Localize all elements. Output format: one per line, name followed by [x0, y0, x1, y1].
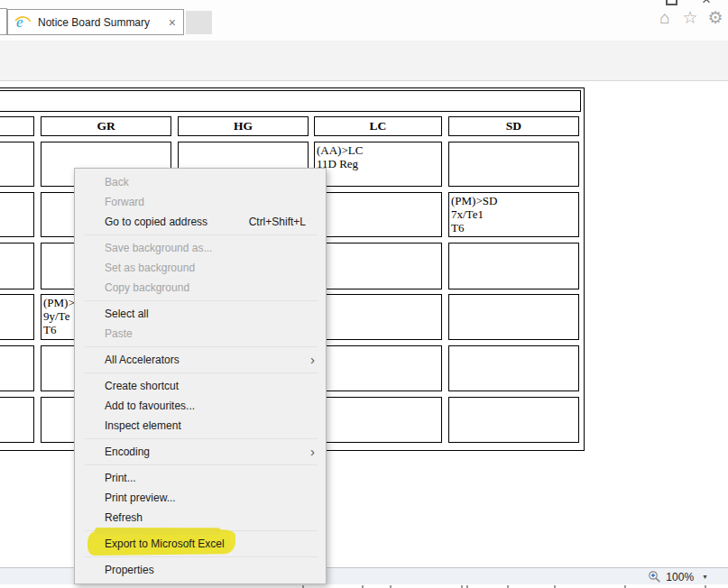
window-maximize-button[interactable] — [666, 0, 677, 5]
table-header — [0, 116, 34, 136]
menu-item-set-as-background: Set as background — [75, 258, 326, 278]
menu-item-print-preview[interactable]: Print preview... — [75, 488, 326, 508]
menu-item-properties[interactable]: Properties — [75, 560, 326, 580]
menu-separator — [85, 464, 318, 465]
zoom-control[interactable]: 100% ▼ — [648, 570, 708, 583]
menu-item-export-to-microsoft-excel[interactable]: Export to Microsoft Excel — [75, 534, 326, 554]
menu-separator — [85, 346, 318, 347]
table-cell — [0, 294, 34, 340]
table-cell — [314, 243, 442, 289]
menu-item-select-all[interactable]: Select all — [75, 304, 326, 324]
menu-item-refresh[interactable]: Refresh — [75, 508, 326, 528]
menu-item-create-shortcut[interactable]: Create shortcut — [75, 376, 326, 396]
table-cell — [0, 397, 34, 443]
table-banner-row — [0, 90, 581, 112]
table-header: HG — [178, 116, 309, 136]
table-cell: (AA)>LC 11D Reg — [314, 142, 442, 187]
menu-item-save-background-as: Save background as... — [75, 238, 326, 258]
title-bar: × e Notice Board Summary × ⌂ ☆ ⚙ — [0, 0, 728, 41]
command-bar: ▼ Copy Paste Edit ▼ Page ▼ Safety ▼ — [0, 41, 728, 81]
menu-separator — [85, 556, 318, 557]
svg-text:e: e — [16, 14, 23, 31]
table-cell — [0, 345, 34, 391]
table-cell — [0, 142, 34, 187]
table-cell — [0, 192, 34, 237]
addressbar-fragment — [0, 8, 7, 35]
table-cell — [314, 345, 442, 391]
tab-close-icon[interactable]: × — [169, 16, 176, 29]
menu-item-forward: Forward — [75, 192, 326, 212]
table-header: GR — [41, 116, 171, 136]
context-menu: Back Forward Go to copied addressCtrl+Sh… — [74, 168, 327, 584]
table-cell — [448, 397, 579, 443]
menu-item-add-to-favourites[interactable]: Add to favourites... — [75, 396, 326, 416]
zoom-level-value: 100% — [666, 571, 694, 583]
menu-separator — [85, 438, 318, 439]
zoom-in-magnifier-icon — [648, 570, 661, 583]
menu-separator — [85, 372, 318, 373]
ie-logo-icon: e — [14, 14, 32, 32]
table-cell: (PM)>SD 7x/Te1 T6 — [448, 192, 579, 237]
home-icon[interactable]: ⌂ — [655, 7, 675, 29]
menu-separator — [85, 300, 318, 301]
submenu-arrow-icon: › — [310, 442, 315, 462]
clipped-background-window — [0, 584, 728, 588]
table-cell — [448, 345, 579, 391]
menu-item-encoding[interactable]: Encoding› — [75, 442, 326, 462]
browser-tab[interactable]: e Notice Board Summary × — [7, 9, 184, 35]
menu-item-copy-background: Copy background — [75, 278, 326, 298]
table-cell — [448, 142, 579, 187]
menu-separator — [85, 234, 318, 235]
table-header: LC — [314, 116, 442, 136]
menu-shortcut: Ctrl+Shift+L — [249, 212, 306, 232]
table-cell — [448, 243, 579, 289]
menu-item-print[interactable]: Print... — [75, 468, 326, 488]
tab-title: Notice Board Summary — [38, 16, 169, 29]
zoom-dropdown-icon[interactable]: ▼ — [702, 574, 708, 580]
table-cell — [314, 294, 442, 340]
table-cell — [314, 192, 442, 237]
menu-item-inspect-element[interactable]: Inspect element — [75, 416, 326, 436]
submenu-arrow-icon: › — [310, 350, 315, 370]
menu-item-back: Back — [75, 172, 326, 192]
settings-gear-icon[interactable]: ⚙ — [705, 7, 725, 29]
table-cell — [0, 243, 34, 289]
table-cell — [448, 294, 579, 340]
favorites-star-icon[interactable]: ☆ — [680, 7, 700, 29]
menu-item-all-accelerators[interactable]: All Accelerators› — [75, 350, 326, 370]
table-header: SD — [448, 116, 579, 136]
new-tab-button[interactable] — [186, 11, 212, 34]
menu-item-paste: Paste — [75, 324, 326, 344]
menu-item-go-to-copied-address[interactable]: Go to copied addressCtrl+Shift+L — [75, 212, 326, 232]
table-cell — [314, 397, 442, 443]
